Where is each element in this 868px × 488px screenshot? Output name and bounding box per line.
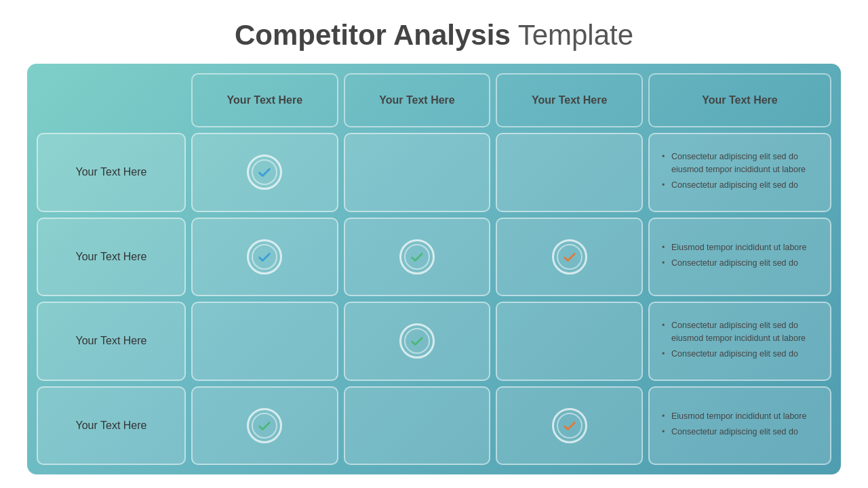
row-0-col2 <box>344 133 491 212</box>
data-rows: Your Text Here Consectetur adipiscing el… <box>37 133 831 465</box>
table-row: Your Text Here <box>37 218 831 297</box>
table-row: Your Text Here Consectetur adipiscing el… <box>37 133 831 212</box>
bullet-item: Consectetur adipiscing elit sed do <box>662 426 818 439</box>
header-col-0 <box>37 73 186 127</box>
table-row: Your Text Here Eiusmod tempor incididunt <box>37 386 831 466</box>
header-col-3: Your Text Here <box>496 73 643 127</box>
row-3-col1 <box>191 386 338 466</box>
title-bold: Competitor Analysis <box>235 19 511 51</box>
row-1-label: Your Text Here <box>37 218 186 297</box>
row-1-col1 <box>191 218 338 297</box>
bullet-item: Consectetur adipiscing elit sed do <box>662 179 818 192</box>
row-3-text: Eiusmod tempor incididunt ut laboreConse… <box>648 386 831 466</box>
bullet-item: Consectetur adipiscing elit sed do <box>662 257 818 270</box>
row-3-col3 <box>496 386 643 466</box>
bullet-item: Eiusmod tempor incididunt ut labore <box>662 410 818 423</box>
page-title: Competitor Analysis Template <box>0 19 868 52</box>
bullet-item: Eiusmod tempor incididunt ut labore <box>662 241 818 254</box>
row-2-text: Consectetur adipiscing elit sed do eiusm… <box>648 302 831 381</box>
table-row: Your Text Here Consectetur adipiscing el… <box>37 302 831 381</box>
row-0-col3 <box>496 133 643 212</box>
header-col-2: Your Text Here <box>344 73 491 127</box>
row-2-col1 <box>191 302 338 381</box>
check-icon-green <box>399 239 435 274</box>
bullet-item: Consectetur adipiscing elit sed do eiusm… <box>662 319 818 345</box>
row-2-col3 <box>496 302 643 381</box>
row-0-col1 <box>191 133 338 212</box>
check-icon-green <box>399 323 435 359</box>
title-light: Template <box>511 19 633 51</box>
row-1-col2 <box>344 218 491 297</box>
check-icon-blue <box>247 155 282 190</box>
row-2-col2 <box>344 302 491 381</box>
title-area: Competitor Analysis Template <box>0 0 868 64</box>
row-0-text: Consectetur adipiscing elit sed do eiusm… <box>648 133 831 212</box>
header-row: Your Text Here Your Text Here Your Text … <box>37 73 831 127</box>
page: Competitor Analysis Template Your Text H… <box>0 0 868 488</box>
header-col-4: Your Text Here <box>648 73 831 127</box>
table-wrapper: Your Text Here Your Text Here Your Text … <box>27 64 841 474</box>
row-2-label: Your Text Here <box>37 302 186 381</box>
row-3-label: Your Text Here <box>37 386 186 466</box>
header-col-1: Your Text Here <box>191 73 338 127</box>
row-1-col3 <box>496 218 643 297</box>
bullet-item: Consectetur adipiscing elit sed do <box>662 348 818 361</box>
check-icon-green <box>247 408 282 443</box>
row-1-text: Eiusmod tempor incididunt ut laboreConse… <box>648 218 831 297</box>
bullet-item: Consectetur adipiscing elit sed do eiusm… <box>662 150 818 176</box>
check-icon-orange <box>552 239 587 274</box>
check-icon-blue <box>247 239 282 274</box>
row-3-col2 <box>344 386 491 466</box>
check-icon-orange <box>552 408 587 443</box>
row-0-label: Your Text Here <box>37 133 186 212</box>
